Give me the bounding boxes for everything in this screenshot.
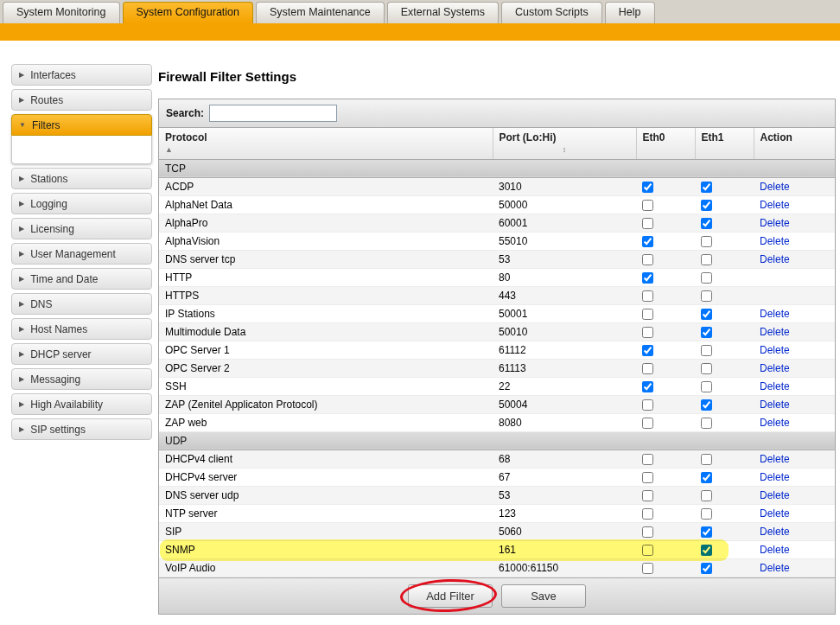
- eth1-checkbox[interactable]: [701, 218, 712, 229]
- eth1-checkbox[interactable]: [701, 490, 712, 501]
- eth1-checkbox[interactable]: [701, 182, 712, 193]
- delete-link[interactable]: Delete: [760, 326, 790, 338]
- filter-row-alphavision: AlphaVision55010Delete: [159, 232, 835, 250]
- delete-link[interactable]: Delete: [760, 235, 790, 247]
- eth0-checkbox[interactable]: [642, 236, 653, 247]
- eth1-checkbox[interactable]: [701, 418, 712, 429]
- eth0-checkbox[interactable]: [642, 526, 653, 538]
- delete-link[interactable]: Delete: [760, 308, 790, 320]
- eth0-checkbox[interactable]: [642, 290, 653, 302]
- eth0-checkbox[interactable]: [642, 309, 653, 320]
- eth1-checkbox[interactable]: [701, 563, 712, 574]
- sidebar-item-filters[interactable]: ▼Filters: [11, 114, 152, 136]
- filter-row-alphanet-data: AlphaNet Data50000Delete: [159, 195, 835, 214]
- sidebar-item-stations[interactable]: ▶Stations: [11, 168, 152, 189]
- eth0-cell: [636, 413, 695, 431]
- eth1-cell: [695, 322, 754, 341]
- eth1-cell: [695, 522, 754, 540]
- eth0-checkbox[interactable]: [642, 399, 653, 411]
- sidebar-item-sip-settings[interactable]: ▶SIP settings: [11, 418, 152, 440]
- port-cell: 8080: [493, 413, 636, 431]
- eth0-checkbox[interactable]: [642, 508, 653, 520]
- sidebar-item-routes[interactable]: ▶Routes: [11, 89, 152, 111]
- eth1-checkbox[interactable]: [701, 399, 712, 411]
- sidebar-item-dhcp-server[interactable]: ▶DHCP server: [11, 343, 152, 365]
- eth1-checkbox[interactable]: [701, 200, 712, 211]
- eth1-checkbox[interactable]: [701, 345, 712, 356]
- search-input[interactable]: [209, 105, 337, 122]
- column-header-protocol[interactable]: Protocol ▲: [159, 128, 493, 159]
- port-cell: 443: [493, 286, 636, 304]
- eth1-checkbox[interactable]: [701, 309, 712, 320]
- tab-help[interactable]: Help: [605, 2, 655, 23]
- delete-link[interactable]: Delete: [760, 562, 790, 574]
- eth1-checkbox[interactable]: [701, 327, 712, 338]
- eth0-checkbox[interactable]: [642, 454, 653, 465]
- eth1-checkbox[interactable]: [701, 545, 712, 556]
- eth1-checkbox[interactable]: [701, 454, 712, 465]
- tab-system-maintenance[interactable]: System Maintenance: [256, 2, 385, 23]
- eth0-checkbox[interactable]: [642, 218, 653, 229]
- tab-custom-scripts[interactable]: Custom Scripts: [501, 2, 602, 23]
- sidebar-item-licensing[interactable]: ▶Licensing: [11, 218, 152, 239]
- action-cell: Delete: [754, 322, 835, 341]
- delete-link[interactable]: Delete: [760, 544, 790, 556]
- action-cell: Delete: [754, 250, 835, 268]
- delete-link[interactable]: Delete: [760, 453, 790, 465]
- eth0-checkbox[interactable]: [642, 381, 653, 392]
- sidebar-item-messaging[interactable]: ▶Messaging: [11, 368, 152, 390]
- filter-row-http: HTTP80: [159, 268, 835, 286]
- eth1-checkbox[interactable]: [701, 508, 712, 520]
- sidebar-item-interfaces[interactable]: ▶Interfaces: [11, 64, 152, 86]
- sidebar-item-dns[interactable]: ▶DNS: [11, 293, 152, 315]
- eth0-checkbox[interactable]: [642, 472, 653, 483]
- eth0-checkbox[interactable]: [642, 182, 653, 193]
- eth0-checkbox[interactable]: [642, 418, 653, 429]
- eth1-checkbox[interactable]: [701, 272, 712, 284]
- column-header-port[interactable]: Port (Lo:Hi) ↕: [493, 128, 636, 159]
- add-filter-button[interactable]: Add Filter: [408, 584, 493, 608]
- sidebar-item-time-and-date[interactable]: ▶Time and Date: [11, 268, 152, 290]
- eth1-checkbox[interactable]: [701, 254, 712, 265]
- delete-link[interactable]: Delete: [760, 362, 790, 374]
- eth0-checkbox[interactable]: [642, 563, 653, 574]
- delete-link[interactable]: Delete: [760, 199, 790, 211]
- eth1-checkbox[interactable]: [701, 363, 712, 374]
- eth1-checkbox[interactable]: [701, 290, 712, 302]
- sidebar-item-logging[interactable]: ▶Logging: [11, 193, 152, 214]
- delete-link[interactable]: Delete: [760, 489, 790, 501]
- eth0-checkbox[interactable]: [642, 363, 653, 374]
- eth0-checkbox[interactable]: [642, 327, 653, 338]
- filter-row-acdp: ACDP3010Delete: [159, 177, 835, 195]
- eth0-checkbox[interactable]: [642, 272, 653, 284]
- delete-link[interactable]: Delete: [760, 507, 790, 520]
- eth1-checkbox[interactable]: [701, 472, 712, 483]
- eth1-checkbox[interactable]: [701, 526, 712, 538]
- eth1-checkbox[interactable]: [701, 236, 712, 247]
- delete-link[interactable]: Delete: [760, 417, 790, 429]
- tab-system-configuration[interactable]: System Configuration: [123, 2, 254, 23]
- delete-link[interactable]: Delete: [760, 344, 790, 356]
- delete-link[interactable]: Delete: [760, 399, 790, 411]
- port-cell: 80: [493, 268, 636, 286]
- delete-link[interactable]: Delete: [760, 217, 790, 229]
- eth0-checkbox[interactable]: [642, 254, 653, 265]
- eth0-checkbox[interactable]: [642, 490, 653, 501]
- port-cell: 22: [493, 377, 636, 395]
- save-button[interactable]: Save: [501, 584, 586, 608]
- eth0-checkbox[interactable]: [642, 200, 653, 211]
- protocol-cell: DNS server tcp: [159, 250, 493, 268]
- tab-system-monitoring[interactable]: System Monitoring: [3, 2, 120, 23]
- sidebar-item-high-availability[interactable]: ▶High Availability: [11, 393, 152, 415]
- delete-link[interactable]: Delete: [760, 471, 790, 483]
- delete-link[interactable]: Delete: [760, 380, 790, 392]
- tab-external-systems[interactable]: External Systems: [387, 2, 499, 23]
- eth0-checkbox[interactable]: [642, 345, 653, 356]
- delete-link[interactable]: Delete: [760, 526, 790, 538]
- delete-link[interactable]: Delete: [760, 253, 790, 265]
- eth0-checkbox[interactable]: [642, 545, 653, 556]
- sidebar-item-user-management[interactable]: ▶User Management: [11, 243, 152, 265]
- delete-link[interactable]: Delete: [760, 181, 790, 193]
- sidebar-item-host-names[interactable]: ▶Host Names: [11, 318, 152, 340]
- eth1-checkbox[interactable]: [701, 381, 712, 392]
